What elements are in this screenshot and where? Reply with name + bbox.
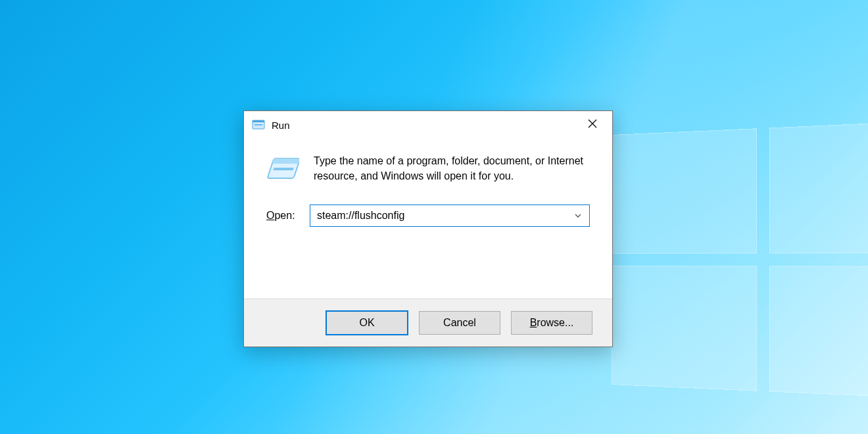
dialog-footer: OK Cancel Browse... (244, 299, 612, 347)
desktop-background: Run Type the (0, 0, 868, 434)
windows-logo-pane (769, 121, 868, 254)
close-icon (588, 119, 597, 131)
run-dialog: Run Type the (243, 110, 613, 347)
ok-button[interactable]: OK (326, 310, 408, 335)
dialog-body: Type the name of a program, folder, docu… (244, 139, 612, 299)
run-title-icon (252, 118, 265, 132)
svg-rect-2 (254, 124, 262, 126)
open-row: Open: (266, 205, 590, 227)
browse-button[interactable]: Browse... (511, 311, 592, 335)
windows-logo (612, 121, 868, 399)
description-text: Type the name of a program, folder, docu… (314, 153, 590, 183)
open-combobox[interactable] (310, 205, 590, 227)
run-body-icon (266, 153, 299, 186)
cancel-button-label: Cancel (443, 317, 476, 329)
window-title: Run (272, 120, 290, 131)
cancel-button[interactable]: Cancel (419, 311, 500, 335)
windows-logo-pane (612, 266, 757, 391)
svg-rect-5 (274, 168, 294, 170)
windows-logo-pane (769, 266, 868, 399)
close-button[interactable] (573, 111, 612, 139)
windows-logo-pane (612, 128, 757, 254)
open-input[interactable] (310, 205, 590, 227)
svg-rect-4 (272, 158, 299, 164)
info-row: Type the name of a program, folder, docu… (266, 153, 590, 186)
browse-button-label: Browse... (530, 317, 574, 329)
ok-button-label: OK (359, 317, 374, 329)
titlebar[interactable]: Run (244, 111, 612, 139)
open-label: Open: (266, 210, 301, 222)
svg-rect-1 (253, 120, 264, 122)
